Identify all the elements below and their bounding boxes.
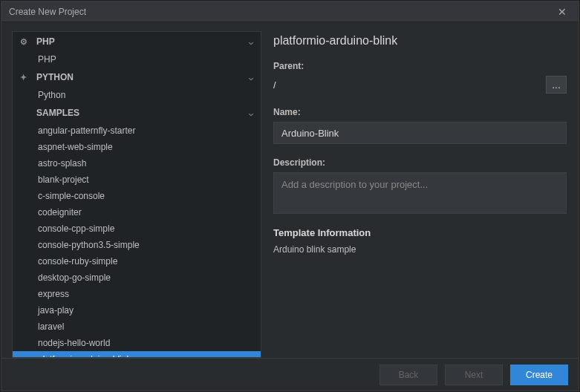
create-button[interactable]: Create (510, 365, 568, 385)
category-icon: ⚙ (20, 37, 32, 47)
chevron-down-icon: ⌵ (249, 38, 253, 46)
list-item[interactable]: express (13, 286, 261, 302)
samples-list[interactable]: angular-patternfly-starteraspnet-web-sim… (13, 122, 261, 357)
description-label: Description: (273, 157, 567, 168)
footer: Back Next Create (1, 358, 579, 391)
category-label: PHP (36, 36, 55, 47)
list-item[interactable]: c-simple-console (13, 188, 261, 204)
name-label: Name: (273, 107, 567, 117)
chevron-down-icon: ⌵ (249, 109, 253, 117)
titlebar: Create New Project ✕ (1, 1, 579, 22)
list-item[interactable]: platformio-arduino-blink (13, 351, 261, 357)
list-item[interactable]: desktop-go-simple (13, 270, 261, 286)
category-child[interactable]: PHP (13, 51, 261, 68)
dialog-title: Create New Project (9, 7, 553, 17)
category-header[interactable]: ✦PYTHON⌵ (13, 68, 261, 87)
list-item[interactable]: angular-patternfly-starter (13, 122, 261, 139)
details-panel: platformio-arduino-blink Parent: / ... N… (273, 31, 568, 358)
template-heading: platformio-arduino-blink (273, 34, 567, 48)
browse-button[interactable]: ... (546, 76, 567, 94)
list-item[interactable]: console-python3.5-simple (13, 237, 261, 253)
list-item[interactable]: java-play (13, 302, 261, 318)
close-icon[interactable]: ✕ (553, 4, 571, 19)
chevron-down-icon: ⌵ (249, 74, 253, 82)
category-header[interactable]: ⚙PHP⌵ (13, 32, 261, 51)
category-label: SAMPLES (36, 108, 79, 118)
parent-label: Parent: (273, 61, 567, 71)
category-child[interactable]: Python (13, 87, 261, 103)
parent-value: / (273, 79, 540, 91)
template-info-label: Template Information (273, 227, 567, 238)
category-icon: ✦ (20, 73, 32, 82)
list-item[interactable]: console-cpp-simple (13, 220, 261, 237)
list-item[interactable]: laravel (13, 318, 261, 335)
list-item[interactable]: aspnet-web-simple (13, 139, 261, 155)
template-tree: ⚙PHP⌵PHP✦PYTHON⌵Python SAMPLES ⌵ angular… (12, 31, 261, 358)
category-label: PYTHON (36, 72, 74, 82)
list-item[interactable]: blank-project (13, 172, 261, 188)
category-samples[interactable]: SAMPLES ⌵ (13, 103, 261, 122)
list-item[interactable]: nodejs-hello-world (13, 335, 261, 351)
description-input[interactable]: Add a description to your project... (273, 172, 567, 214)
dialog: Create New Project ✕ ⚙PHP⌵PHP✦PYTHON⌵Pyt… (1, 1, 579, 391)
content: ⚙PHP⌵PHP✦PYTHON⌵Python SAMPLES ⌵ angular… (1, 22, 579, 358)
next-button[interactable]: Next (445, 365, 503, 385)
list-item[interactable]: codeigniter (13, 204, 261, 220)
list-item[interactable]: console-ruby-simple (13, 253, 261, 270)
template-description: Arduino blink sample (273, 244, 567, 255)
name-input[interactable] (281, 128, 558, 139)
back-button[interactable]: Back (379, 365, 437, 385)
list-item[interactable]: astro-splash (13, 155, 261, 172)
